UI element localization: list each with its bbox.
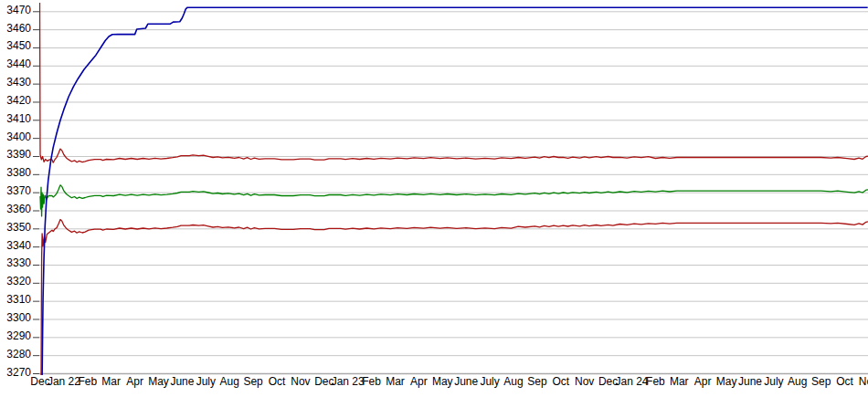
x-tick-label: Mar xyxy=(101,375,121,388)
x-tick-label: Aug xyxy=(788,375,807,388)
y-tick-label: 3310 xyxy=(6,293,31,306)
rating-history-chart: 3470346034503440343034203410340033903380… xyxy=(0,0,868,397)
x-tick-label: Oct xyxy=(836,375,853,388)
y-tick-label: 3430 xyxy=(6,76,31,89)
y-tick-label: 3380 xyxy=(6,166,31,179)
x-tick-label: Aug xyxy=(220,375,239,388)
y-tick-label: 3320 xyxy=(6,275,31,287)
x-tick-label: Sep xyxy=(243,375,263,388)
x-tick-label: Mar xyxy=(670,375,689,388)
x-tick-label: Nov xyxy=(859,375,868,388)
x-tick-label: Nov xyxy=(291,375,310,388)
y-tick-label: 3440 xyxy=(6,57,31,70)
y-tick-label: 3450 xyxy=(6,39,31,52)
x-tick-label: Apr xyxy=(126,375,143,388)
y-tick-label: 3390 xyxy=(6,148,31,161)
x-tick-label: May xyxy=(148,375,169,388)
x-tick-label: Aug xyxy=(503,375,523,388)
x-tick-label: May xyxy=(716,375,737,388)
x-tick-label: July xyxy=(196,375,216,388)
x-tick-label: Feb xyxy=(646,375,665,388)
y-tick-label: 3470 xyxy=(6,4,31,16)
chart-canvas: 3470346034503440343034203410340033903380… xyxy=(0,0,868,397)
y-tick-label: 3460 xyxy=(6,22,31,35)
x-tick-label: July xyxy=(480,375,499,388)
x-tick-label: Feb xyxy=(78,375,97,388)
y-tick-label: 3420 xyxy=(6,94,31,107)
x-tick-label: May xyxy=(432,375,453,388)
y-tick-label: 3340 xyxy=(6,239,31,252)
y-tick-label: 3300 xyxy=(6,311,31,324)
x-tick-label: Apr xyxy=(410,375,428,388)
x-tick-label: Jan 23 xyxy=(332,375,365,388)
y-tick-label: 3370 xyxy=(6,184,31,197)
x-tick-label: June xyxy=(738,375,762,388)
x-tick-label: Jan 22 xyxy=(48,375,80,388)
y-tick-label: 3400 xyxy=(6,131,31,143)
y-tick-label: 3270 xyxy=(6,366,31,379)
x-tick-label: Apr xyxy=(694,375,712,388)
x-tick-label: Oct xyxy=(552,375,569,388)
x-tick-label: June xyxy=(454,375,478,388)
y-tick-label: 3410 xyxy=(6,112,31,125)
y-tick-label: 3350 xyxy=(6,221,31,234)
x-tick-label: Jan 24 xyxy=(615,375,648,388)
x-tick-label: July xyxy=(764,375,783,388)
x-tick-label: Nov xyxy=(575,375,594,388)
x-tick-label: Oct xyxy=(269,375,286,388)
x-tick-label: June xyxy=(170,375,194,388)
x-tick-label: Sep xyxy=(811,375,831,388)
y-tick-label: 3360 xyxy=(6,203,31,215)
x-tick-label: Sep xyxy=(527,375,547,388)
y-tick-label: 3330 xyxy=(6,256,31,269)
x-tick-label: Mar xyxy=(386,375,405,388)
y-tick-label: 3290 xyxy=(6,329,31,342)
y-tick-label: 3280 xyxy=(6,348,31,360)
x-tick-label: Feb xyxy=(362,375,381,388)
